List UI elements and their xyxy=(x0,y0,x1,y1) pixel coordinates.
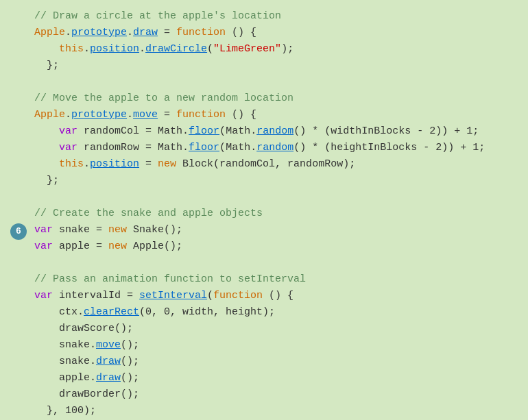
fn-setinterval: setInterval xyxy=(139,288,207,304)
comment-2: // Move the apple to a new random locati… xyxy=(34,90,293,107)
method-floor-1: floor xyxy=(189,123,219,140)
code-line-25: }, 100); xyxy=(34,403,514,419)
code-line-blank-2 xyxy=(34,189,514,206)
kw-new-3: new xyxy=(108,238,127,255)
method-floor-2: floor xyxy=(189,140,219,156)
prop-position-2: position xyxy=(90,156,139,173)
method-clearrect: clearRect xyxy=(84,304,139,321)
prop-prototype: prototype xyxy=(71,25,127,41)
code-line-20: drawScore(); xyxy=(34,321,514,337)
method-random-1: random xyxy=(256,123,293,140)
code-line-24: drawBorder(); xyxy=(34,386,514,403)
code-line-10: this.position = new Block(randomCol, ran… xyxy=(34,156,514,173)
obj-apple: Apple xyxy=(34,25,65,41)
comment-3: // Create the snake and apple objects xyxy=(34,206,263,222)
kw-function-2: function xyxy=(176,107,226,123)
fn-move: move xyxy=(133,107,158,123)
code-line-7: Apple.prototype.move = function () { xyxy=(34,107,514,123)
code-line-6: // Move the apple to a new random locati… xyxy=(34,90,514,107)
prop-position-1: position xyxy=(90,41,139,58)
kw-function-3: function xyxy=(213,288,263,304)
var-kw-5: var xyxy=(34,288,53,304)
code-line-1: // Draw a circle at the apple's location xyxy=(34,8,514,25)
this-kw-2: this xyxy=(59,156,84,173)
code-line-13: // Create the snake and apple objects xyxy=(34,206,514,222)
var-kw-1: var xyxy=(59,123,77,140)
method-snake-move: move xyxy=(96,337,121,354)
code-line-17: // Pass an animation function to setInte… xyxy=(34,271,514,288)
code-editor: // Draw a circle at the apple's location… xyxy=(0,0,528,420)
code-line-19: ctx.clearRect(0, 0, width, height); xyxy=(34,304,514,321)
method-snake-draw: draw xyxy=(96,354,121,370)
code-line-9: var randomRow = Math.floor(Math.random()… xyxy=(34,140,514,156)
code-line-4: }; xyxy=(34,58,514,74)
code-line-3: this.position.drawCircle("LimeGreen"); xyxy=(34,41,514,58)
method-drawcircle: drawCircle xyxy=(145,41,207,58)
code-line-21: snake.move(); xyxy=(34,337,514,354)
comment-4: // Pass an animation function to setInte… xyxy=(34,271,306,288)
code-line-15: var apple = new Apple(); xyxy=(34,238,514,255)
var-kw-3: var xyxy=(34,222,53,238)
obj-apple-2: Apple xyxy=(34,107,65,123)
code-line-blank-1 xyxy=(34,74,514,90)
math-1: Math xyxy=(158,123,182,140)
comment-1: // Draw a circle at the apple's location xyxy=(34,8,281,25)
code-line-11: }; xyxy=(34,173,514,189)
code-line-18: var intervalId = setInterval(function ()… xyxy=(34,288,514,304)
code-line-23: apple.draw(); xyxy=(34,370,514,386)
code-line-8: var randomCol = Math.floor(Math.random()… xyxy=(34,123,514,140)
str-limegreen: "LimeGreen" xyxy=(213,41,281,58)
method-apple-draw: draw xyxy=(96,370,121,386)
method-random-2: random xyxy=(256,140,293,156)
code-line-blank-3 xyxy=(34,255,514,271)
var-kw-4: var xyxy=(34,238,53,255)
code-line-14: 6 var snake = new Snake(); xyxy=(34,222,514,238)
code-line-22: snake.draw(); xyxy=(34,354,514,370)
kw-new-1: new xyxy=(158,156,176,173)
var-kw-2: var xyxy=(59,140,77,156)
kw-new-2: new xyxy=(108,222,127,238)
breakpoint-marker-6: 6 xyxy=(10,223,27,240)
fn-draw: draw xyxy=(133,25,158,41)
prop-prototype-2: prototype xyxy=(71,107,127,123)
this-kw-1: this xyxy=(59,41,84,58)
code-line-2: Apple.prototype.draw = function () { xyxy=(34,25,514,41)
kw-function-1: function xyxy=(176,25,226,41)
